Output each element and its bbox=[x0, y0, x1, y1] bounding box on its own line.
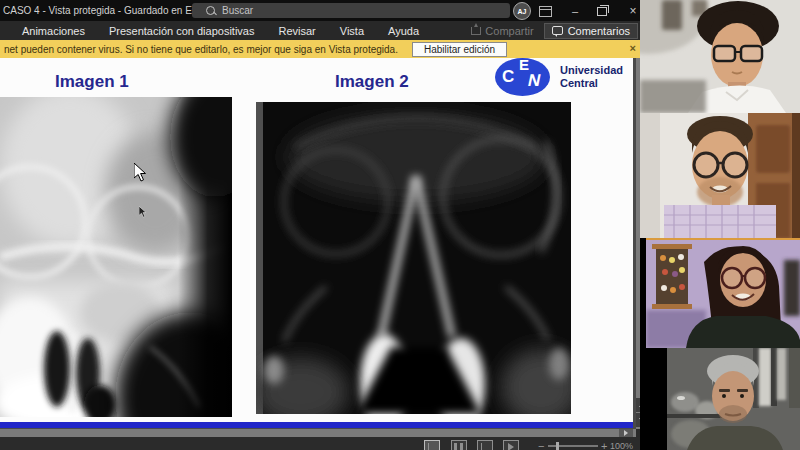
document-title: CASO 4 - Vista protegida - Guardado en E… bbox=[3, 5, 222, 16]
slide-divider-line bbox=[0, 422, 633, 428]
university-line2: Central bbox=[560, 77, 623, 90]
slide-sorter-icon bbox=[454, 443, 463, 450]
participant-2-video[interactable] bbox=[640, 113, 800, 238]
logo-letter-e: E bbox=[519, 58, 529, 73]
search-icon bbox=[206, 6, 215, 15]
enable-editing-button[interactable]: Habilitar edición bbox=[412, 42, 507, 57]
cen-logo: C E N bbox=[495, 58, 550, 96]
participant-3-video[interactable] bbox=[646, 238, 800, 348]
annotation-arrow-icon bbox=[139, 204, 147, 222]
share-label: Compartir bbox=[485, 25, 533, 37]
university-line1: Universidad bbox=[560, 64, 623, 77]
normal-view-icon bbox=[428, 443, 429, 450]
image1-heading: Imagen 1 bbox=[55, 72, 129, 92]
normal-view-button[interactable] bbox=[424, 440, 440, 450]
zoom-in-button[interactable]: + bbox=[601, 440, 607, 450]
university-name: Universidad Central bbox=[560, 64, 623, 90]
screen: CASO 4 - Vista protegida - Guardado en E… bbox=[0, 0, 800, 450]
minimize-button[interactable]: – bbox=[566, 0, 584, 21]
scroll-right-button[interactable] bbox=[619, 429, 633, 437]
logo-letter-n: N bbox=[526, 71, 543, 91]
powerpoint-window: CASO 4 - Vista protegida - Guardado en E… bbox=[0, 0, 650, 450]
title-bar: CASO 4 - Vista protegida - Guardado en E… bbox=[0, 0, 650, 21]
status-bar: − + 100% bbox=[0, 437, 650, 450]
slideshow-button[interactable] bbox=[503, 440, 519, 450]
slideshow-play-icon bbox=[508, 443, 514, 450]
comment-bubble-icon bbox=[552, 26, 563, 35]
zoom-slider[interactable] bbox=[548, 445, 598, 447]
ribbon-tabs: Transiciones Animaciones Presentación co… bbox=[0, 25, 419, 37]
participant-4-video[interactable] bbox=[667, 348, 800, 450]
zoom-level[interactable]: 100% bbox=[610, 441, 633, 450]
tab-revisar[interactable]: Revisar bbox=[278, 25, 315, 37]
avatar[interactable]: AJ bbox=[513, 2, 531, 20]
share-icon bbox=[471, 27, 481, 35]
share-button[interactable]: Compartir bbox=[471, 25, 533, 37]
logo-letter-c: C bbox=[502, 67, 514, 87]
reading-view-icon bbox=[481, 443, 482, 450]
comments-button[interactable]: Comentarios bbox=[544, 23, 638, 39]
zoom-slider-thumb[interactable] bbox=[556, 442, 559, 450]
xray-image-2 bbox=[256, 102, 571, 414]
tab-animaciones[interactable]: Animaciones bbox=[22, 25, 85, 37]
right-arrow-icon bbox=[624, 430, 628, 436]
reading-view-button[interactable] bbox=[477, 440, 493, 450]
ribbon-display-options-icon[interactable] bbox=[539, 6, 552, 17]
ribbon-right-actions: Compartir Comentarios bbox=[471, 22, 638, 39]
slide-editing-area: Imagen 1 Imagen 2 C E N Universidad Cent… bbox=[0, 58, 650, 429]
tab-presentacion[interactable]: Presentación con diapositivas bbox=[109, 25, 255, 37]
tab-ayuda[interactable]: Ayuda bbox=[388, 25, 419, 37]
comments-label: Comentarios bbox=[568, 25, 630, 37]
zoom-out-button[interactable]: − bbox=[538, 440, 544, 450]
image2-heading: Imagen 2 bbox=[335, 72, 409, 92]
mouse-cursor bbox=[134, 163, 147, 186]
slide-canvas: Imagen 1 Imagen 2 C E N Universidad Cent… bbox=[0, 58, 633, 428]
protected-view-bar: net pueden contener virus. Si no tiene q… bbox=[0, 40, 650, 59]
video-call-panel bbox=[640, 0, 800, 450]
participant-1-video[interactable] bbox=[640, 0, 800, 113]
search-input[interactable]: Buscar bbox=[192, 3, 510, 18]
search-placeholder: Buscar bbox=[222, 5, 253, 16]
message-bar-close-icon[interactable]: × bbox=[630, 42, 636, 54]
xray-image-1 bbox=[0, 97, 232, 417]
horizontal-scrollbar[interactable] bbox=[0, 429, 636, 437]
slide-sorter-view-button[interactable] bbox=[451, 440, 467, 450]
restore-window-button[interactable] bbox=[597, 7, 607, 16]
protected-view-message: net pueden contener virus. Si no tiene q… bbox=[4, 44, 398, 55]
tab-vista[interactable]: Vista bbox=[340, 25, 364, 37]
